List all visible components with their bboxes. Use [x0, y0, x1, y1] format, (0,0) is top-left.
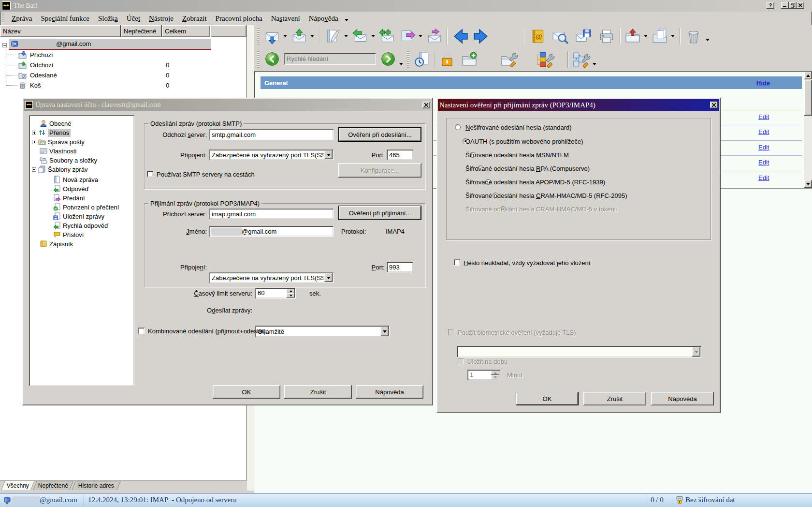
scroll-down-button[interactable]	[804, 180, 812, 188]
menu-slozka[interactable]: Složka	[94, 13, 122, 24]
move-to-folder-button[interactable]	[624, 28, 641, 45]
search-back-button[interactable]	[265, 52, 279, 66]
menu-napoveda[interactable]: Nápověda	[304, 13, 343, 24]
tree-item-nova-zprava[interactable]: Nová zpráva	[53, 175, 98, 184]
timeout-input[interactable]: 60	[255, 288, 296, 298]
tree-item-rychla-odpoved[interactable]: Rychlá odpověď	[53, 221, 108, 230]
account-cancel-button[interactable]: Zrušit	[284, 385, 352, 399]
toolbar-gripper[interactable]	[257, 51, 260, 68]
smtp-auth-button[interactable]: Ověření při odesílání...	[338, 127, 421, 142]
edit-link[interactable]: Edit	[758, 174, 769, 181]
tree-item-sablony-zprav[interactable]: Šablony zpráv	[32, 165, 87, 174]
folder-properties-button[interactable]	[501, 51, 518, 68]
tree-item-ulozeni-zpravy[interactable]: Uložení zprávy	[53, 212, 104, 221]
recv-user-input[interactable]: @gmail.com	[209, 226, 334, 237]
scroll-thumb[interactable]	[804, 80, 812, 116]
expander-icon[interactable]	[32, 167, 36, 172]
combo-arrow[interactable]	[324, 150, 333, 159]
close-button[interactable]	[797, 2, 804, 9]
tree-item-vlastnosti[interactable]: Vlastnosti	[40, 147, 76, 155]
folder-row-kos[interactable]: Koš 0	[0, 80, 246, 90]
move-to-folder-dropdown[interactable]	[644, 35, 648, 37]
smtp-port-input[interactable]	[387, 149, 413, 160]
tree-item-potvrzeni[interactable]: Potvrzení o přečtení	[53, 203, 119, 211]
tree-item-prenos[interactable]: Přenos	[32, 128, 71, 137]
receive-mail-button[interactable]	[264, 28, 280, 45]
folder-tree-properties-button[interactable]	[536, 51, 555, 68]
forward-dropdown[interactable]	[419, 35, 422, 37]
redirect-button[interactable]	[426, 28, 443, 45]
workspace-dropdown[interactable]	[593, 63, 596, 65]
timeout-spinner[interactable]	[287, 289, 295, 298]
recv-port-input[interactable]	[387, 262, 413, 272]
tab-neprectene[interactable]: Nepřečtené	[33, 481, 73, 490]
expander-icon[interactable]	[32, 140, 36, 144]
reply-all-button[interactable]	[379, 28, 395, 45]
smtp-connection-select[interactable]: Zabezpečené na vyhrazený port TLS(SSL)	[209, 149, 334, 160]
tree-item-sprava-posty[interactable]: Správa pošty	[32, 137, 85, 146]
send-mail-dropdown[interactable]	[310, 35, 314, 37]
address-book-button[interactable]: @	[530, 28, 546, 45]
view-history-button[interactable]	[414, 51, 430, 68]
new-message-button[interactable]	[325, 28, 341, 45]
tree-item-soubory-a-slozky[interactable]: Soubory a složky	[40, 156, 97, 164]
account-help-button[interactable]: Nápověda	[356, 385, 423, 399]
toolbar-gripper[interactable]	[257, 28, 260, 45]
delete-button[interactable]	[685, 28, 702, 45]
menu-nastroje[interactable]: Nástroje	[145, 13, 178, 24]
tree-item-obecne[interactable]: Obecné	[40, 119, 72, 128]
folder-row-prichozi[interactable]: Příchozí	[0, 50, 246, 60]
account-ok-button[interactable]: OK	[213, 385, 280, 399]
menu-overflow-arrow[interactable]	[345, 19, 348, 21]
content-scrollbar[interactable]	[804, 72, 812, 188]
tree-item-odpoved[interactable]: Odpověď	[53, 184, 89, 193]
restore-button[interactable]	[789, 2, 797, 9]
column-header-unread[interactable]: Nepřečtené	[121, 25, 162, 37]
toolbar-gripper[interactable]	[407, 51, 409, 68]
workspace-properties-button[interactable]	[572, 51, 591, 68]
folder-row-odeslane[interactable]: Odeslané 0	[0, 70, 246, 80]
copy-to-folder-dropdown[interactable]	[671, 35, 675, 37]
tree-item-zapisnik[interactable]: Zápisník	[40, 239, 73, 248]
menu-pracovni-plocha[interactable]: Pracovní plocha	[211, 13, 267, 24]
edit-link[interactable]: Edit	[758, 113, 769, 120]
search-options-dropdown[interactable]	[399, 63, 403, 65]
reply-button[interactable]	[352, 28, 368, 45]
auth-dialog-close[interactable]	[710, 102, 718, 108]
reply-dropdown[interactable]	[371, 35, 375, 37]
new-message-dropdown[interactable]	[344, 35, 348, 37]
tab-vsechny[interactable]: Všechny	[1, 481, 35, 490]
copy-to-folder-button[interactable]	[652, 28, 668, 45]
account-expander[interactable]	[2, 43, 7, 47]
recv-connection-select[interactable]: Zabezpečené na vyhrazený port TLS(SSL)	[209, 272, 334, 283]
minimize-button[interactable]	[781, 2, 789, 9]
auth-dialog-titlebar[interactable]: Nastavení ověření při přijímání zpráv (P…	[438, 99, 719, 111]
auth-help-button[interactable]: Nápověda	[651, 392, 714, 405]
column-header-name[interactable]: Název	[0, 25, 121, 37]
receive-mail-dropdown[interactable]	[283, 35, 287, 37]
menu-nastaveni[interactable]: Nastavení	[267, 13, 304, 24]
menu-gripper[interactable]	[2, 14, 4, 23]
recv-server-input[interactable]	[209, 209, 334, 219]
forward-button[interactable]	[399, 28, 416, 45]
combo-arrow[interactable]	[324, 273, 333, 282]
delete-dropdown[interactable]	[706, 39, 710, 41]
tree-item-predani[interactable]: Předání	[53, 194, 85, 202]
previous-message-button[interactable]	[452, 28, 469, 45]
smtp-roaming-checkbox[interactable]	[147, 171, 153, 177]
combined-send-checkbox[interactable]	[138, 328, 145, 334]
print-button[interactable]	[598, 28, 615, 45]
quick-search-input[interactable]	[284, 53, 376, 65]
menu-ucet[interactable]: Účet	[122, 13, 145, 24]
menu-zobrazit[interactable]: Zobrazit	[178, 13, 211, 24]
combo-arrow[interactable]	[380, 327, 389, 336]
account-row[interactable]: @gmail.com	[0, 39, 246, 49]
account-dialog-close[interactable]	[422, 102, 430, 108]
expander-icon[interactable]	[32, 131, 36, 135]
edit-link[interactable]: Edit	[758, 144, 769, 151]
save-message-button[interactable]	[575, 28, 592, 45]
password-lock-button[interactable]	[439, 51, 455, 68]
column-header-total[interactable]: Celkem	[162, 25, 210, 37]
send-mail-button[interactable]	[291, 28, 307, 45]
menu-specialni-funkce[interactable]: Speciální funkce	[36, 13, 93, 24]
